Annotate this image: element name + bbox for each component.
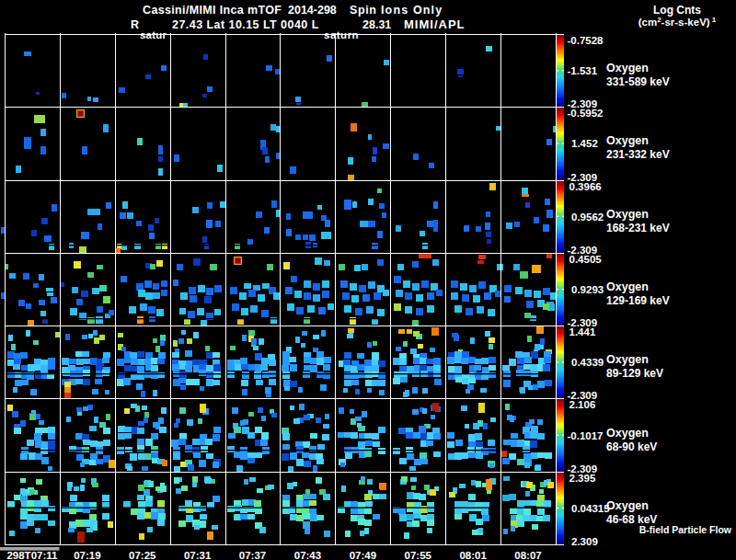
svg-text:Oxygen: Oxygen bbox=[606, 353, 649, 366]
svg-text:89-129 keV: 89-129 keV bbox=[606, 367, 663, 380]
svg-text:2014-298: 2014-298 bbox=[288, 4, 337, 17]
svg-text:68-90 keV: 68-90 keV bbox=[606, 440, 657, 453]
svg-text:0.4339: 0.4339 bbox=[571, 357, 604, 368]
svg-text:1.441: 1.441 bbox=[569, 326, 596, 337]
svg-text:07:31: 07:31 bbox=[184, 550, 212, 560]
svg-text:satur: satur bbox=[140, 29, 167, 40]
svg-text:-0.1017: -0.1017 bbox=[568, 430, 604, 441]
svg-text:2.309: 2.309 bbox=[571, 536, 598, 547]
svg-text:B-field Particle Flow: B-field Particle Flow bbox=[639, 524, 732, 535]
svg-text:Cassini/MIMI Inca mTOF: Cassini/MIMI Inca mTOF bbox=[143, 4, 282, 17]
svg-text:08:01: 08:01 bbox=[459, 550, 487, 560]
svg-text:07:19: 07:19 bbox=[74, 550, 100, 560]
svg-text:07:25: 07:25 bbox=[129, 550, 156, 560]
svg-text:129-169 keV: 129-169 keV bbox=[606, 294, 670, 307]
svg-text:Spin: Spin bbox=[350, 4, 376, 17]
svg-text:MIMI/APL: MIMI/APL bbox=[404, 17, 466, 31]
svg-text:27.43 Lat 10.15 LT 0040 L: 27.43 Lat 10.15 LT 0040 L bbox=[172, 18, 319, 31]
svg-text:28.31: 28.31 bbox=[362, 18, 391, 31]
svg-text:331-589 keV: 331-589 keV bbox=[606, 75, 670, 88]
svg-text:08:07: 08:07 bbox=[514, 550, 541, 560]
svg-text:07:55: 07:55 bbox=[405, 550, 432, 560]
svg-text:2.106: 2.106 bbox=[569, 399, 596, 410]
svg-text:0.04315: 0.04315 bbox=[571, 503, 610, 514]
svg-text:-0.5952: -0.5952 bbox=[568, 108, 604, 119]
svg-text:R: R bbox=[131, 18, 139, 31]
svg-text:Oxygen: Oxygen bbox=[606, 134, 649, 147]
svg-text:(cm2-sr-s-keV) 1: (cm2-sr-s-keV) 1 bbox=[638, 16, 717, 28]
svg-text:-1.531: -1.531 bbox=[568, 65, 598, 76]
svg-text:2.395: 2.395 bbox=[569, 473, 596, 484]
svg-text:Oxygen: Oxygen bbox=[606, 280, 649, 293]
svg-text:Oxygen: Oxygen bbox=[606, 208, 649, 221]
svg-text:0.4505: 0.4505 bbox=[569, 254, 603, 265]
svg-text:Oxygen: Oxygen bbox=[606, 62, 649, 74]
svg-text:Oxygen: Oxygen bbox=[606, 427, 649, 440]
svg-text:saturn: saturn bbox=[324, 29, 359, 40]
svg-text:0.9293: 0.9293 bbox=[571, 284, 604, 295]
svg-text:168-231 keV: 168-231 keV bbox=[606, 222, 670, 234]
svg-text:0.9562: 0.9562 bbox=[571, 211, 604, 223]
svg-text:Oxygen: Oxygen bbox=[606, 499, 649, 512]
svg-text:0.3966: 0.3966 bbox=[569, 181, 602, 192]
svg-text:-0.7528: -0.7528 bbox=[568, 35, 604, 46]
svg-text:07:37: 07:37 bbox=[239, 550, 266, 560]
svg-text:298T07:11: 298T07:11 bbox=[6, 550, 58, 560]
svg-text:Ions Only: Ions Only bbox=[381, 4, 443, 17]
svg-text:1.452: 1.452 bbox=[571, 138, 598, 149]
svg-text:07:43: 07:43 bbox=[294, 550, 321, 560]
svg-text:07:49: 07:49 bbox=[350, 550, 376, 560]
svg-text:231-332 keV: 231-332 keV bbox=[606, 148, 670, 161]
svg-text:Log Cnts: Log Cnts bbox=[653, 4, 701, 17]
